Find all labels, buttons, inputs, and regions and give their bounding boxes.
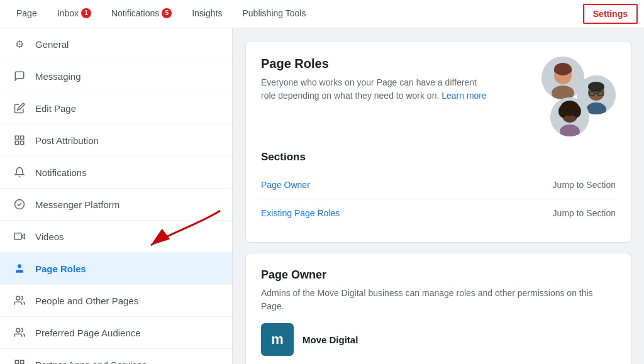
sidebar-item-edit-page[interactable]: Edit Page	[0, 92, 232, 124]
sections-title: Sections	[261, 151, 616, 163]
messenger-icon	[13, 197, 26, 211]
page-owner-description: Admins of the Move Digital business can …	[261, 287, 616, 313]
svg-rect-6	[14, 233, 21, 240]
sidebar-label-messaging: Messaging	[35, 71, 81, 82]
page-owner-title: Page Owner	[261, 268, 616, 282]
video-icon	[13, 229, 26, 243]
page-owner-card: Page Owner Admins of the Move Digital bu…	[245, 253, 631, 364]
sidebar-label-preferred-page-audience: Preferred Page Audience	[35, 328, 141, 338]
page-roles-card: Page Roles Everyone who works on your Pa…	[245, 41, 631, 243]
top-navigation: Page Inbox 1 Notifications 5 Insights Pu…	[0, 0, 644, 28]
nav-page[interactable]: Page	[6, 0, 47, 28]
nav-insights[interactable]: Insights	[182, 0, 232, 28]
sidebar-label-general: General	[35, 39, 69, 50]
preferred-audience-icon	[13, 326, 26, 339]
nav-inbox[interactable]: Inbox 1	[47, 0, 101, 28]
sidebar-item-videos[interactable]: Videos	[0, 221, 232, 253]
sidebar-label-edit-page: Edit Page	[35, 103, 76, 114]
sidebar: ⚙ General Messaging Edit Page Post A	[0, 28, 233, 364]
svg-rect-10	[15, 360, 18, 363]
people-icon	[13, 294, 26, 307]
section-row-existing-roles: Existing Page Roles Jump to Section	[261, 199, 616, 227]
sidebar-container: ⚙ General Messaging Edit Page Post A	[0, 28, 233, 364]
sidebar-label-page-roles: Page Roles	[35, 263, 86, 274]
svg-rect-2	[21, 141, 24, 145]
edit-icon	[13, 101, 26, 115]
bell-icon	[13, 165, 26, 179]
sidebar-item-messaging[interactable]: Messaging	[0, 60, 232, 92]
nav-settings[interactable]: Settings	[583, 4, 638, 24]
page-roles-icon	[13, 262, 26, 275]
svg-point-9	[16, 328, 20, 332]
existing-page-roles-link[interactable]: Existing Page Roles	[261, 208, 340, 218]
business-card: m Move Digital	[261, 323, 616, 356]
svg-rect-3	[15, 141, 18, 145]
sidebar-item-general[interactable]: ⚙ General	[0, 28, 232, 60]
sidebar-item-partner-apps[interactable]: Partner Apps and Services	[0, 349, 232, 364]
main-layout: ⚙ General Messaging Edit Page Post A	[0, 28, 644, 364]
avatar-3	[550, 97, 589, 136]
inbox-badge: 1	[81, 8, 91, 18]
messaging-icon	[13, 69, 26, 83]
page-roles-description: Everyone who works on your Page can have…	[261, 76, 487, 102]
sections-container: Sections Page Owner Jump to Section Exis…	[261, 151, 616, 227]
svg-rect-0	[15, 136, 18, 139]
page-owner-link[interactable]: Page Owner	[261, 180, 310, 190]
sidebar-item-post-attribution[interactable]: Post Attribution	[0, 124, 232, 157]
business-name: Move Digital	[303, 334, 358, 345]
page-owner-jump[interactable]: Jump to Section	[553, 180, 616, 190]
sidebar-label-post-attribution: Post Attribution	[35, 135, 99, 146]
sidebar-item-page-roles[interactable]: Page Roles	[0, 253, 232, 285]
sidebar-label-people-other-pages: People and Other Pages	[35, 295, 138, 306]
svg-marker-5	[21, 234, 25, 239]
nav-publishing-tools[interactable]: Publishing Tools	[232, 0, 316, 28]
sidebar-item-people-other-pages[interactable]: People and Other Pages	[0, 285, 232, 317]
sidebar-item-preferred-page-audience[interactable]: Preferred Page Audience	[0, 317, 232, 349]
page-roles-text: Page Roles Everyone who works on your Pa…	[261, 57, 487, 102]
svg-rect-1	[21, 136, 24, 139]
business-logo: m	[261, 323, 294, 356]
learn-more-link[interactable]: Learn more	[441, 91, 487, 101]
sidebar-label-notifications: Notifications	[35, 167, 87, 178]
gear-icon: ⚙	[13, 37, 26, 51]
sidebar-label-messenger-platform: Messenger Platform	[35, 199, 119, 210]
svg-rect-22	[554, 68, 572, 73]
main-content: Page Roles Everyone who works on your Pa…	[233, 28, 644, 364]
svg-point-34	[558, 105, 567, 118]
sidebar-item-notifications[interactable]: Notifications	[0, 157, 232, 189]
sidebar-item-messenger-platform[interactable]: Messenger Platform	[0, 189, 232, 221]
sidebar-label-videos: Videos	[35, 231, 64, 242]
existing-page-roles-jump[interactable]: Jump to Section	[553, 208, 616, 218]
svg-point-26	[588, 82, 604, 92]
section-row-page-owner: Page Owner Jump to Section	[261, 171, 616, 199]
svg-rect-11	[21, 360, 24, 363]
svg-point-7	[18, 264, 21, 268]
post-attribution-icon	[13, 133, 26, 147]
partner-apps-icon	[13, 358, 26, 364]
page-roles-header: Page Roles Everyone who works on your Pa…	[261, 57, 616, 138]
svg-point-8	[16, 296, 20, 300]
nav-notifications[interactable]: Notifications 5	[101, 0, 182, 28]
page-roles-title: Page Roles	[261, 57, 487, 71]
notifications-badge: 5	[162, 8, 172, 18]
svg-point-35	[572, 105, 581, 118]
sidebar-label-partner-apps: Partner Apps and Services	[35, 360, 147, 365]
avatar-group	[528, 57, 616, 138]
